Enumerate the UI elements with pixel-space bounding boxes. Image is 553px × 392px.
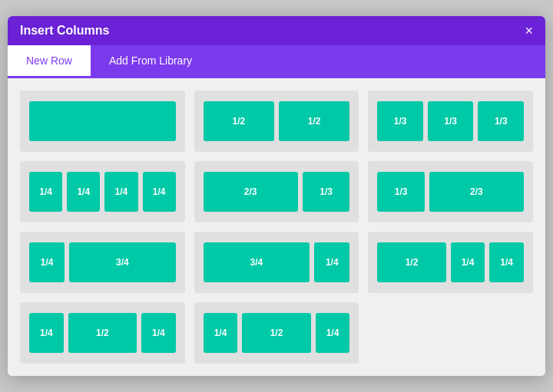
layout-quarter-half-quarter[interactable]: 1/4 1/2 1/4	[20, 302, 185, 364]
col-block: 2/3	[429, 172, 524, 212]
layout-quarters[interactable]: 1/4 1/4 1/4 1/4	[20, 161, 185, 222]
col-block: 1/4	[29, 172, 62, 212]
close-button[interactable]: ×	[525, 24, 533, 38]
col-block: 1/4	[451, 242, 485, 282]
layout-half-half[interactable]: 1/2 1/2	[194, 91, 359, 152]
layout-quarter-threequarter[interactable]: 1/4 3/4	[20, 232, 185, 293]
layout-half-quarter-quarter[interactable]: 1/2 1/4 1/4	[368, 232, 533, 293]
col-block: 1/3	[478, 101, 524, 141]
col-block: 1/4	[316, 313, 350, 353]
col-block: 3/4	[204, 242, 310, 282]
tab-new-row[interactable]: New Row	[8, 45, 91, 78]
col-block: 1/2	[68, 313, 137, 353]
modal-header: Insert Columns ×	[8, 16, 545, 45]
col-block: 1/4	[141, 313, 176, 353]
col-block: 3/4	[69, 242, 176, 282]
col-block: 1/4	[29, 313, 64, 353]
col-block: 1/2	[279, 101, 349, 141]
tab-add-from-library[interactable]: Add From Library	[91, 45, 210, 78]
col-block: 1/4	[29, 242, 65, 282]
col-block: 1/3	[377, 172, 425, 212]
col-block: 1/4	[314, 242, 349, 282]
col-block: 1/2	[204, 101, 274, 141]
modal-body: 1/2 1/2 1/3 1/3 1/3 1/4 1/4 1/4 1/4 2/3 …	[8, 78, 545, 376]
col-block: 1/2	[377, 242, 445, 282]
layout-threequarter-quarter[interactable]: 3/4 1/4	[194, 232, 359, 293]
layout-onethird-twothird[interactable]: 1/3 2/3	[368, 161, 533, 222]
tabs-bar: New Row Add From Library	[8, 45, 545, 78]
insert-columns-modal: Insert Columns × New Row Add From Librar…	[8, 16, 545, 376]
col-block: 1/4	[67, 172, 100, 212]
layout-thirds[interactable]: 1/3 1/3 1/3	[368, 91, 533, 152]
col-block: 1/4	[143, 172, 176, 212]
layout-twothird-onethird[interactable]: 2/3 1/3	[194, 161, 359, 222]
layouts-grid: 1/2 1/2 1/3 1/3 1/3 1/4 1/4 1/4 1/4 2/3 …	[20, 91, 533, 364]
col-block: 1/4	[204, 313, 238, 353]
col-block: 1/3	[377, 101, 423, 141]
col-block: 1/2	[242, 313, 310, 353]
col-block	[29, 101, 176, 141]
col-block: 1/4	[489, 242, 524, 282]
col-block: 1/3	[428, 101, 474, 141]
layout-full[interactable]	[20, 91, 185, 152]
modal-title: Insert Columns	[20, 24, 109, 38]
col-block: 1/3	[303, 172, 350, 212]
col-block: 2/3	[204, 172, 298, 212]
layout-quarter-half-quarter-v2[interactable]: 1/4 1/2 1/4	[194, 302, 359, 364]
col-block: 1/4	[104, 172, 137, 212]
